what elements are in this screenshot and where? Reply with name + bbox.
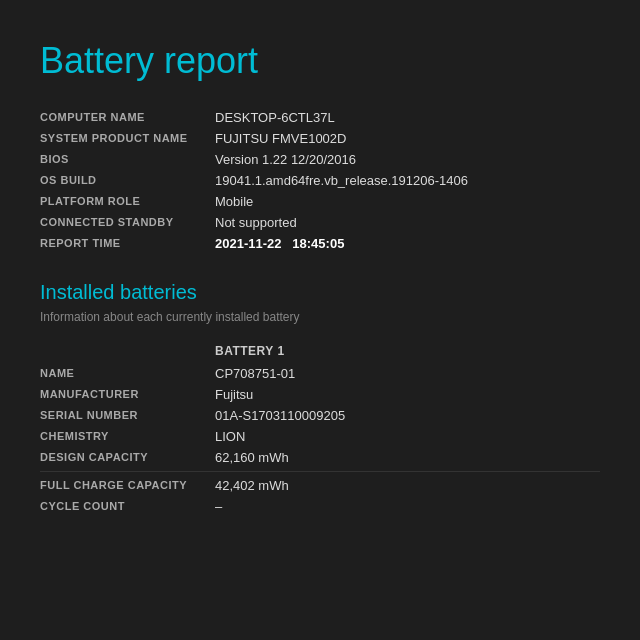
info-row-manufacturer: MANUFACTURER Fujitsu (40, 387, 600, 402)
label-name: NAME (40, 366, 215, 379)
value-chemistry: LION (215, 429, 600, 444)
label-system-product: SYSTEM PRODUCT NAME (40, 131, 215, 144)
info-row-bios: BIOS Version 1.22 12/20/2016 (40, 152, 600, 167)
value-cycle-count: – (215, 499, 600, 514)
info-row-connected-standby: CONNECTED STANDBY Not supported (40, 215, 600, 230)
installed-batteries-title: Installed batteries (40, 281, 600, 304)
info-row-name: NAME CP708751-01 (40, 366, 600, 381)
value-report-time: 2021-11-22 18:45:05 (215, 236, 600, 251)
value-system-product: FUJITSU FMVE1002D (215, 131, 600, 146)
section-divider (40, 471, 600, 472)
label-computer-name: COMPUTER NAME (40, 110, 215, 123)
value-os-build: 19041.1.amd64fre.vb_release.191206-1406 (215, 173, 600, 188)
info-row-full-charge: FULL CHARGE CAPACITY 42,402 mWh (40, 478, 600, 493)
info-row-serial-number: SERIAL NUMBER 01A-S1703110009205 (40, 408, 600, 423)
label-serial-number: SERIAL NUMBER (40, 408, 215, 421)
value-design-capacity: 62,160 mWh (215, 450, 600, 465)
value-serial-number: 01A-S1703110009205 (215, 408, 600, 423)
info-row-os-build: OS BUILD 19041.1.amd64fre.vb_release.191… (40, 173, 600, 188)
page-title: Battery report (40, 40, 600, 82)
info-row-report-time: REPORT TIME 2021-11-22 18:45:05 (40, 236, 600, 251)
value-manufacturer: Fujitsu (215, 387, 600, 402)
installed-batteries-subtitle: Information about each currently install… (40, 310, 600, 324)
label-platform-role: PLATFORM ROLE (40, 194, 215, 207)
label-full-charge: FULL CHARGE CAPACITY (40, 478, 215, 491)
label-report-time: REPORT TIME (40, 236, 215, 249)
value-platform-role: Mobile (215, 194, 600, 209)
value-connected-standby: Not supported (215, 215, 600, 230)
value-name: CP708751-01 (215, 366, 600, 381)
value-bios: Version 1.22 12/20/2016 (215, 152, 600, 167)
system-info-section: COMPUTER NAME DESKTOP-6CTL37L SYSTEM PRO… (40, 110, 600, 251)
info-row-computer-name: COMPUTER NAME DESKTOP-6CTL37L (40, 110, 600, 125)
info-row-platform-role: PLATFORM ROLE Mobile (40, 194, 600, 209)
battery-col-label: BATTERY 1 (215, 344, 285, 358)
battery-column-header: BATTERY 1 (215, 344, 600, 358)
label-chemistry: CHEMISTRY (40, 429, 215, 442)
installed-batteries-section: Installed batteries Information about ea… (40, 281, 600, 514)
info-row-cycle-count: CYCLE COUNT – (40, 499, 600, 514)
label-bios: BIOS (40, 152, 215, 165)
label-design-capacity: DESIGN CAPACITY (40, 450, 215, 463)
page-container: Battery report COMPUTER NAME DESKTOP-6CT… (0, 0, 640, 640)
label-os-build: OS BUILD (40, 173, 215, 186)
label-connected-standby: CONNECTED STANDBY (40, 215, 215, 228)
value-computer-name: DESKTOP-6CTL37L (215, 110, 600, 125)
info-row-design-capacity: DESIGN CAPACITY 62,160 mWh (40, 450, 600, 465)
info-row-system-product: SYSTEM PRODUCT NAME FUJITSU FMVE1002D (40, 131, 600, 146)
label-manufacturer: MANUFACTURER (40, 387, 215, 400)
info-row-chemistry: CHEMISTRY LION (40, 429, 600, 444)
label-cycle-count: CYCLE COUNT (40, 499, 215, 512)
value-full-charge: 42,402 mWh (215, 478, 600, 493)
